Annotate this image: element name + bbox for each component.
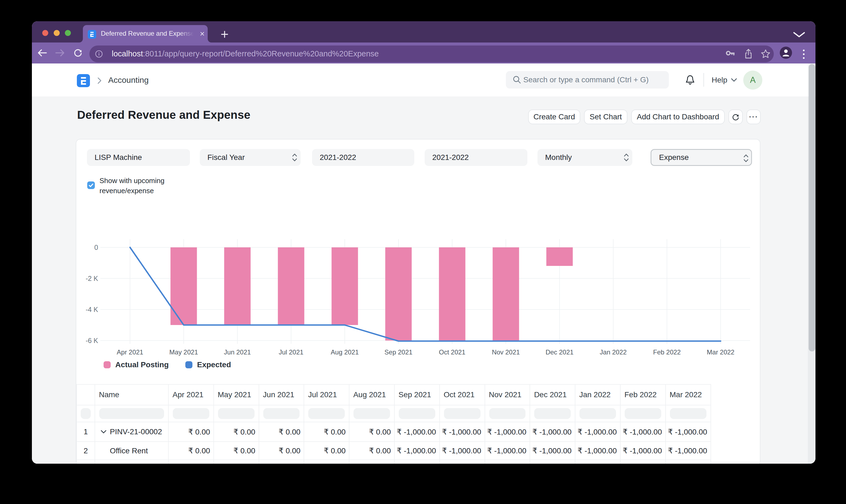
svg-text:0: 0: [94, 244, 98, 251]
svg-text:Actual Posting: Actual Posting: [115, 360, 169, 369]
svg-text:Expected: Expected: [197, 360, 231, 369]
svg-text:-2 K: -2 K: [86, 275, 98, 282]
svg-text:Jul 2021: Jul 2021: [279, 348, 304, 356]
svg-text:Mar 2022: Mar 2022: [707, 348, 734, 356]
svg-text:Sep 2021: Sep 2021: [385, 348, 413, 356]
svg-text:Jun 2021: Jun 2021: [224, 348, 251, 356]
svg-text:Aug 2021: Aug 2021: [331, 348, 359, 356]
svg-text:Dec 2021: Dec 2021: [546, 348, 574, 356]
svg-text:May 2021: May 2021: [169, 348, 198, 356]
svg-text:Jan 2022: Jan 2022: [600, 348, 627, 356]
svg-text:Oct 2021: Oct 2021: [439, 348, 465, 356]
svg-text:-4 K: -4 K: [86, 306, 98, 313]
svg-text:Apr 2021: Apr 2021: [117, 348, 143, 356]
svg-text:Feb 2022: Feb 2022: [653, 348, 681, 356]
svg-text:-6 K: -6 K: [86, 337, 98, 344]
svg-text:Nov 2021: Nov 2021: [492, 348, 520, 356]
